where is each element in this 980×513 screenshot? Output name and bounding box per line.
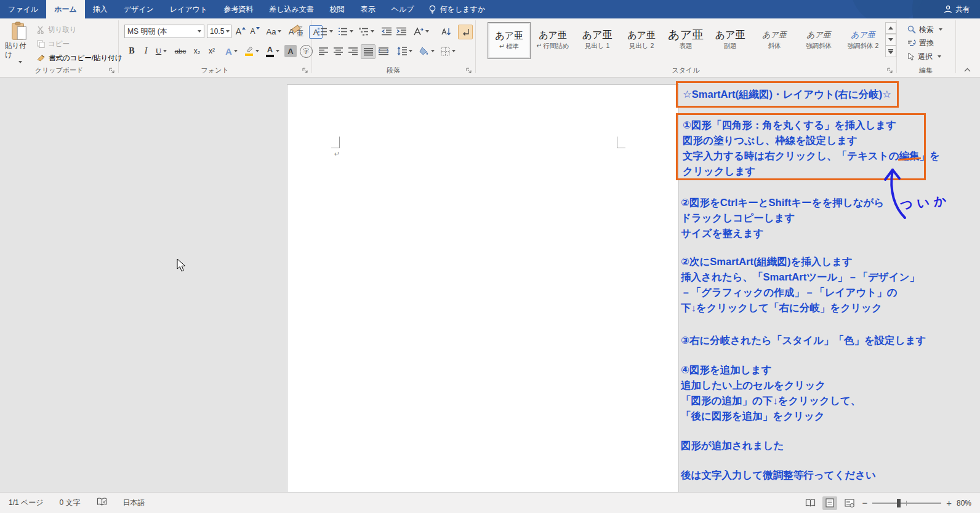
find-button[interactable]: 検索 [907,23,942,36]
dialog-launcher-icon [302,68,308,74]
tab-help[interactable]: ヘルプ [384,0,422,18]
word-window: ファイル ホーム 挿入 デザイン レイアウト 参考資料 差し込み文書 校閲 表示… [0,0,980,513]
tab-mailings[interactable]: 差し込み文書 [261,0,322,18]
align-right-button[interactable] [346,44,359,58]
font-color-glyph: A [267,45,273,54]
find-label: 検索 [919,25,934,35]
scissors-icon [37,26,45,34]
highlight-color-button[interactable] [243,44,261,58]
numbering-button[interactable] [337,25,354,38]
share-button[interactable]: 共有 [934,0,980,18]
zoom-out-button[interactable]: − [862,500,867,506]
tab-layout[interactable]: レイアウト [162,0,215,18]
tab-view[interactable]: 表示 [353,0,384,18]
dialog-launcher-icon [887,68,893,74]
select-button[interactable]: 選択 [907,50,941,63]
format-painter-button[interactable]: 書式のコピー/貼り付け [37,52,122,64]
styles-dialog-launcher[interactable] [886,67,894,74]
bullets-button[interactable] [316,25,334,38]
multilevel-list-icon [359,27,369,36]
distribute-button[interactable] [376,44,391,58]
font-dialog-launcher[interactable] [302,67,309,74]
select-label: 選択 [918,52,933,62]
increase-indent-button[interactable] [395,25,408,38]
strikethrough-glyph: abc [175,47,187,55]
italic-button[interactable]: I [141,44,151,58]
read-mode-button[interactable] [803,496,817,510]
tab-home[interactable]: ホーム [46,0,85,18]
style-card-emphasis-italic-2[interactable]: あア亜 強調斜体 2 [842,22,884,58]
subscript-button[interactable]: x₂ [191,44,203,58]
tab-references[interactable]: 参考資料 [215,0,261,18]
copy-button[interactable]: コピー [37,38,70,50]
clipboard-dialog-launcher[interactable] [108,67,116,74]
proofing-status[interactable] [97,498,107,508]
web-layout-button[interactable] [842,496,857,510]
numbering-icon [338,27,348,36]
replace-button[interactable]: 置換 [907,37,934,49]
font-size-combobox[interactable]: 10.5 [207,25,231,38]
paragraph-group-label: 段落 [311,66,475,75]
cut-button[interactable]: 切り取り [37,23,77,36]
decrease-indent-button[interactable] [380,25,393,38]
superscript-button[interactable]: x² [206,44,218,58]
annotation-step2-block: ②図形をCtrlキーとShiftキーをを押しながら ドラックしコピーします サイ… [681,195,884,241]
shrink-font-button[interactable]: A [249,25,261,38]
style-card-heading2[interactable]: あア亜 見出し 2 [621,22,662,58]
word-count[interactable]: 0 文字 [60,498,81,508]
style-card-title[interactable]: あア亜 表題 [665,22,707,58]
style-card-subtitle[interactable]: あア亜 副題 [709,22,751,58]
page-count[interactable]: 1/1 ページ [9,498,44,508]
styles-more-button[interactable] [885,46,896,57]
paragraph-dialog-launcher[interactable] [465,67,473,74]
justify-button[interactable] [361,44,376,59]
zoom-slider-thumb[interactable] [897,499,901,507]
show-editing-marks-toggle[interactable] [458,25,473,39]
shading-button[interactable] [417,44,436,58]
zoom-level[interactable]: 80% [957,499,971,507]
line-spacing-button[interactable] [395,44,414,58]
style-card-no-spacing[interactable]: あア亜 ↵行間詰め [532,22,574,58]
character-shading-button[interactable]: A [284,45,297,57]
strikethrough-button[interactable]: abc [172,44,188,58]
style-sample: あア亜 [627,30,656,40]
paste-button[interactable]: 貼り付け [5,22,33,63]
tab-review[interactable]: 校閲 [322,0,353,18]
borders-button[interactable] [438,44,458,58]
copy-icon [37,40,45,48]
format-painter-icon [37,54,46,62]
zoom-slider[interactable] [872,503,941,504]
language-status[interactable]: 日本語 [123,498,145,508]
style-card-normal[interactable]: あア亜 ↵標準 [488,22,531,59]
tab-file[interactable]: ファイル [0,0,46,18]
print-layout-button[interactable] [822,496,837,510]
style-card-emphasis-italic[interactable]: あア亜 強調斜体 [798,22,840,58]
collapse-ribbon-button[interactable] [960,65,974,74]
style-card-heading1[interactable]: あア亜 見出し 1 [576,22,618,58]
grow-font-button[interactable]: A [235,25,247,38]
styles-scroll-down-button[interactable] [885,34,896,46]
style-card-italic[interactable]: あア亜 斜体 [753,22,795,58]
italic-glyph: I [145,46,148,56]
change-case-button[interactable]: Aa [265,25,283,38]
multilevel-list-button[interactable] [358,25,375,38]
enclose-characters-button[interactable]: 字 [300,45,313,58]
asian-layout-button[interactable] [411,25,431,38]
styles-scroll-up-button[interactable] [885,22,896,34]
underline-button[interactable]: U [153,44,170,58]
text-effects-button[interactable]: A [223,44,240,58]
zoom-in-button[interactable]: + [946,500,952,506]
font-name-combobox[interactable]: MS 明朝 (本 [124,25,204,38]
tell-me-search[interactable]: 何をしますか [422,0,491,18]
bold-button[interactable]: B [126,44,138,58]
align-center-button[interactable] [331,44,345,58]
annotation-line: 「図形の追加」の下↓をクリックして、 [681,393,861,408]
align-left-button[interactable] [316,44,330,58]
phonetic-guide-button[interactable]: ア 亜 [294,24,307,39]
font-color-button[interactable]: A [263,44,282,58]
tab-insert[interactable]: 挿入 [85,0,116,18]
style-sample: あア亜 [582,30,612,40]
annotation-line: ③右に分岐されたら「スタイル」「色」を設定します [681,333,926,348]
sort-button[interactable] [438,25,453,38]
tab-design[interactable]: デザイン [116,0,162,18]
